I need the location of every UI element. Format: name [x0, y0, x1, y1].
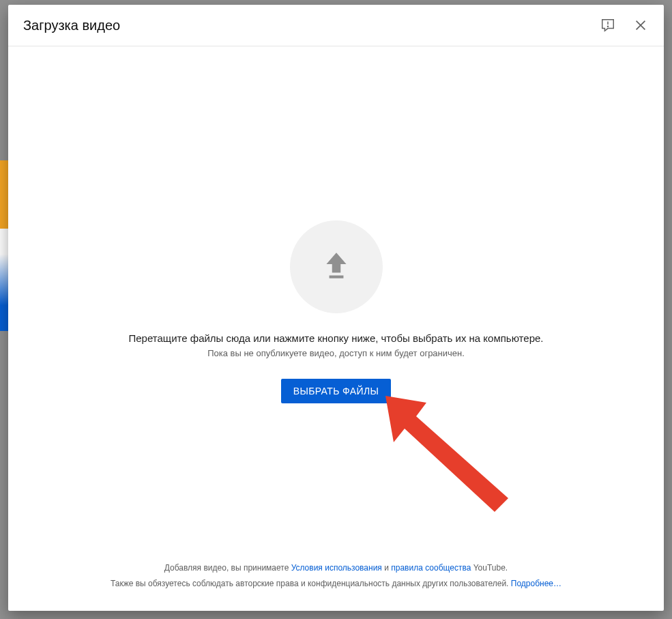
- footer-text: YouTube.: [471, 563, 508, 573]
- close-icon[interactable]: [632, 17, 649, 33]
- footer-line-1: Добавляя видео, вы принимаете Условия ис…: [29, 560, 643, 576]
- upload-instruction-secondary: Пока вы не опубликуете видео, доступ к н…: [207, 348, 465, 358]
- upload-arrow-icon: [319, 248, 353, 285]
- footer-text: Добавляя видео, вы принимаете: [164, 563, 291, 573]
- upload-instruction-primary: Перетащите файлы сюда или нажмите кнопку…: [129, 332, 544, 344]
- dialog-title: Загрузка видео: [23, 18, 120, 33]
- upload-dropzone[interactable]: [290, 220, 383, 313]
- feedback-icon[interactable]: [600, 17, 616, 33]
- dialog-body: Перетащите файлы сюда или нажмите кнопку…: [8, 46, 664, 549]
- footer-text: и: [382, 563, 391, 573]
- upload-video-dialog: Загрузка видео: [8, 5, 664, 611]
- footer-text: Также вы обязуетесь соблюдать авторские …: [111, 579, 511, 588]
- header-actions: [600, 17, 649, 33]
- dialog-header: Загрузка видео: [8, 5, 664, 46]
- footer-line-2: Также вы обязуетесь соблюдать авторские …: [29, 576, 643, 592]
- background-fragment: [0, 160, 8, 331]
- learn-more-link[interactable]: Подробнее…: [511, 579, 561, 588]
- svg-rect-4: [329, 275, 343, 278]
- terms-of-use-link[interactable]: Условия использования: [291, 563, 382, 573]
- svg-point-1: [607, 26, 608, 27]
- select-files-button[interactable]: ВЫБРАТЬ ФАЙЛЫ: [281, 379, 392, 403]
- community-guidelines-link[interactable]: правила сообщества: [391, 563, 471, 573]
- dialog-footer: Добавляя видео, вы принимаете Условия ис…: [8, 549, 664, 611]
